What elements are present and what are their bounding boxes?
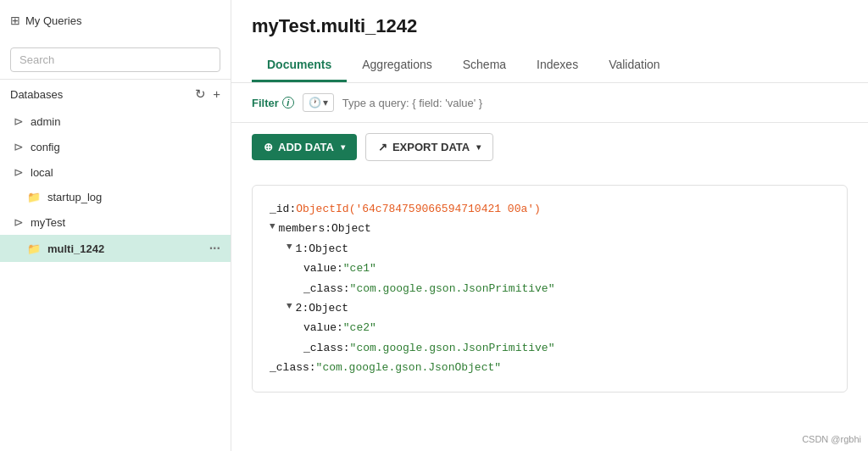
sidebar-collection-multi1242[interactable]: 📁 multi_1242 ··· bbox=[0, 235, 231, 262]
sidebar-collection-startup-log[interactable]: 📁 startup_log bbox=[0, 185, 231, 209]
doc-value-item1-class: "com.google.gson.JsonPrimitive" bbox=[350, 279, 555, 298]
action-buttons: ⊕ ADD DATA ▾ ↗ EXPORT DATA ▾ bbox=[231, 123, 868, 171]
title-db-part: myTest bbox=[252, 15, 315, 36]
collection-icon-startup-log: 📁 bbox=[27, 191, 41, 203]
query-input[interactable] bbox=[342, 97, 848, 109]
sidebar-item-local[interactable]: ⊳ local bbox=[0, 159, 231, 185]
tab-documents[interactable]: Documents bbox=[252, 49, 347, 82]
document-area: _id: ObjectId('64c784759066594710421 00a… bbox=[231, 171, 868, 451]
sidebar-search-area bbox=[0, 41, 231, 80]
more-options-icon[interactable]: ··· bbox=[209, 241, 220, 256]
tab-aggregations[interactable]: Aggregations bbox=[347, 49, 448, 82]
main-header: myTest.multi_1242 Documents Aggregations… bbox=[231, 0, 868, 83]
history-dropdown-icon: ▾ bbox=[323, 97, 328, 109]
collection-name-startup-log: startup_log bbox=[47, 191, 102, 203]
doc-key-members: members: bbox=[279, 219, 331, 238]
plus-icon: ⊕ bbox=[264, 141, 273, 153]
db-icon-admin: ⊳ bbox=[14, 114, 24, 128]
doc-key-item2-class: _class: bbox=[303, 338, 350, 358]
add-data-button[interactable]: ⊕ ADD DATA ▾ bbox=[252, 134, 357, 160]
add-data-dropdown-icon: ▾ bbox=[341, 142, 345, 152]
db-name-admin: admin bbox=[31, 115, 60, 128]
tab-indexes[interactable]: Indexes bbox=[521, 49, 593, 82]
db-icon-mytest: ⊳ bbox=[14, 215, 24, 229]
sidebar-item-admin[interactable]: ⊳ admin bbox=[0, 109, 231, 134]
doc-value-root-class: "com.google.gson.JsonObject" bbox=[316, 358, 501, 377]
clock-icon: 🕐 bbox=[309, 97, 321, 109]
db-name-mytest: myTest bbox=[31, 216, 65, 229]
collection-name-multi1242: multi_1242 bbox=[47, 242, 104, 255]
search-input[interactable] bbox=[10, 47, 220, 72]
doc-key-item1-class: _class: bbox=[303, 279, 350, 298]
doc-key-item1-value: value: bbox=[303, 259, 343, 278]
item2-toggle[interactable]: ▼ bbox=[287, 298, 292, 315]
doc-type-item1: Object bbox=[309, 239, 348, 259]
doc-line-root-class: _class: "com.google.gson.JsonObject" bbox=[270, 358, 830, 377]
doc-value-id: ObjectId('64c784759066594710421 00a') bbox=[296, 199, 541, 219]
doc-value-item2-value: "ce2" bbox=[343, 318, 376, 337]
sidebar-databases-header: Databases ↻ + bbox=[0, 80, 231, 109]
item1-toggle[interactable]: ▼ bbox=[287, 239, 292, 256]
query-history-button[interactable]: 🕐 ▾ bbox=[303, 93, 334, 112]
doc-value-item1-value: "ce1" bbox=[343, 259, 376, 278]
filter-toolbar: Filter i 🕐 ▾ bbox=[231, 83, 868, 123]
doc-key-item2: 2: bbox=[296, 298, 309, 318]
doc-type-item2: Object bbox=[309, 298, 348, 318]
doc-line-item1-class: _class: "com.google.gson.JsonPrimitive" bbox=[270, 279, 830, 298]
export-data-dropdown-icon: ▾ bbox=[476, 142, 481, 152]
queries-icon: ⊞ bbox=[10, 14, 20, 27]
db-name-local: local bbox=[31, 166, 53, 179]
doc-line-id: _id: ObjectId('64c784759066594710421 00a… bbox=[270, 199, 830, 219]
sidebar-item-mytest[interactable]: ⊳ myTest bbox=[0, 209, 231, 235]
doc-key-item1: 1: bbox=[296, 239, 309, 259]
add-database-icon[interactable]: + bbox=[213, 86, 220, 102]
doc-line-item2: ▼ 2: Object bbox=[270, 298, 830, 318]
add-data-label: ADD DATA bbox=[278, 141, 334, 153]
title-collection-part: multi_1242 bbox=[321, 15, 418, 36]
sidebar-my-queries-label: My Queries bbox=[25, 14, 81, 27]
doc-line-members: ▼ members: Object bbox=[270, 219, 830, 238]
doc-line-item2-value: value: "ce2" bbox=[270, 318, 830, 337]
filter-button[interactable]: Filter i bbox=[252, 97, 294, 109]
export-icon: ↗ bbox=[378, 141, 387, 153]
collection-icon-multi1242: 📁 bbox=[27, 242, 41, 255]
doc-type-members: Object bbox=[331, 219, 371, 238]
filter-label: Filter bbox=[252, 97, 279, 109]
doc-line-item1: ▼ 1: Object bbox=[270, 239, 830, 259]
page-title: myTest.multi_1242 bbox=[252, 15, 848, 37]
db-icon-config: ⊳ bbox=[14, 140, 24, 153]
sidebar-item-config[interactable]: ⊳ config bbox=[0, 134, 231, 159]
watermark: CSDN @rgbhi bbox=[802, 434, 861, 444]
db-name-config: config bbox=[31, 141, 60, 153]
doc-line-item2-class: _class: "com.google.gson.JsonPrimitive" bbox=[270, 338, 830, 358]
tab-bar: Documents Aggregations Schema Indexes Va… bbox=[252, 49, 848, 82]
sidebar-item-my-queries[interactable]: ⊞ My Queries bbox=[0, 7, 231, 34]
doc-key-item2-value: value: bbox=[303, 318, 343, 337]
doc-line-item1-value: value: "ce1" bbox=[270, 259, 830, 278]
export-data-label: EXPORT DATA bbox=[392, 141, 470, 153]
database-header-actions: ↻ + bbox=[195, 86, 220, 102]
tab-schema[interactable]: Schema bbox=[448, 49, 521, 82]
filter-info-icon: i bbox=[282, 97, 294, 109]
sidebar: ⊞ My Queries Databases ↻ + ⊳ admin ⊳ con… bbox=[0, 0, 231, 451]
refresh-icon[interactable]: ↻ bbox=[195, 86, 206, 102]
db-icon-local: ⊳ bbox=[14, 165, 24, 179]
export-data-button[interactable]: ↗ EXPORT DATA ▾ bbox=[365, 133, 493, 161]
doc-key-id: _id: bbox=[270, 199, 296, 219]
doc-value-item2-class: "com.google.gson.JsonPrimitive" bbox=[350, 338, 555, 358]
databases-label: Databases bbox=[10, 88, 63, 101]
document-card: _id: ObjectId('64c784759066594710421 00a… bbox=[252, 185, 848, 393]
members-toggle[interactable]: ▼ bbox=[270, 219, 275, 236]
sidebar-db-list: ⊳ admin ⊳ config ⊳ local 📁 startup_log ⊳… bbox=[0, 109, 231, 451]
main-content: myTest.multi_1242 Documents Aggregations… bbox=[231, 0, 868, 451]
sidebar-top-items: ⊞ My Queries bbox=[0, 0, 231, 41]
tab-validation[interactable]: Validation bbox=[593, 49, 675, 82]
doc-key-root-class: _class: bbox=[270, 358, 316, 377]
